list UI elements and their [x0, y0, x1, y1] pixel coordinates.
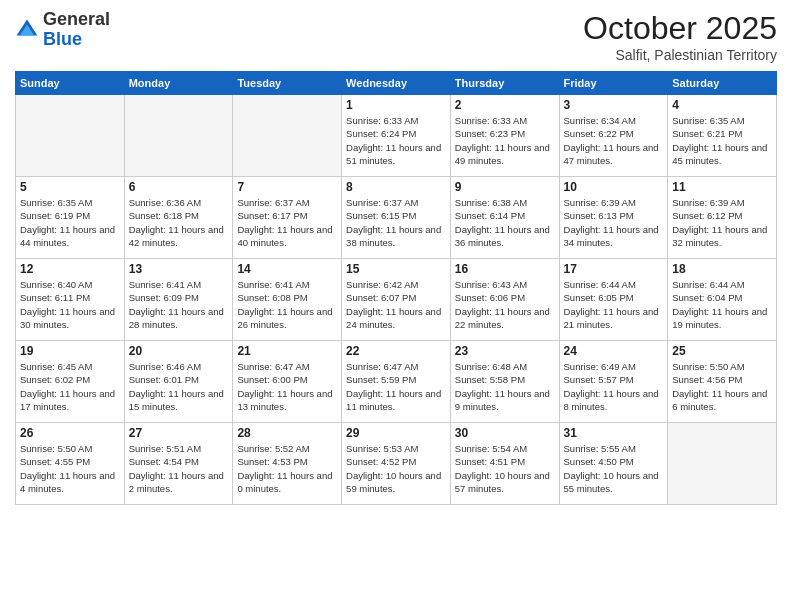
- calendar-cell: 28Sunrise: 5:52 AM Sunset: 4:53 PM Dayli…: [233, 423, 342, 505]
- calendar-cell: 4Sunrise: 6:35 AM Sunset: 6:21 PM Daylig…: [668, 95, 777, 177]
- calendar-cell: 18Sunrise: 6:44 AM Sunset: 6:04 PM Dayli…: [668, 259, 777, 341]
- calendar-cell: 17Sunrise: 6:44 AM Sunset: 6:05 PM Dayli…: [559, 259, 668, 341]
- month-title: October 2025: [583, 10, 777, 47]
- day-number: 30: [455, 426, 555, 440]
- day-number: 11: [672, 180, 772, 194]
- day-number: 4: [672, 98, 772, 112]
- cell-text: Sunrise: 5:55 AM Sunset: 4:50 PM Dayligh…: [564, 442, 664, 495]
- calendar-cell: 27Sunrise: 5:51 AM Sunset: 4:54 PM Dayli…: [124, 423, 233, 505]
- logo-blue: Blue: [43, 30, 110, 50]
- calendar-cell: 9Sunrise: 6:38 AM Sunset: 6:14 PM Daylig…: [450, 177, 559, 259]
- calendar-cell: 2Sunrise: 6:33 AM Sunset: 6:23 PM Daylig…: [450, 95, 559, 177]
- calendar-cell: 19Sunrise: 6:45 AM Sunset: 6:02 PM Dayli…: [16, 341, 125, 423]
- calendar-cell: [16, 95, 125, 177]
- weekday-header: Sunday: [16, 72, 125, 95]
- day-number: 25: [672, 344, 772, 358]
- location: Salfit, Palestinian Territory: [583, 47, 777, 63]
- cell-text: Sunrise: 6:38 AM Sunset: 6:14 PM Dayligh…: [455, 196, 555, 249]
- cell-text: Sunrise: 6:47 AM Sunset: 5:59 PM Dayligh…: [346, 360, 446, 413]
- day-number: 24: [564, 344, 664, 358]
- cell-text: Sunrise: 6:41 AM Sunset: 6:08 PM Dayligh…: [237, 278, 337, 331]
- weekday-header: Monday: [124, 72, 233, 95]
- cell-text: Sunrise: 5:50 AM Sunset: 4:56 PM Dayligh…: [672, 360, 772, 413]
- calendar-cell: 21Sunrise: 6:47 AM Sunset: 6:00 PM Dayli…: [233, 341, 342, 423]
- weekday-header: Tuesday: [233, 72, 342, 95]
- calendar-week-row: 1Sunrise: 6:33 AM Sunset: 6:24 PM Daylig…: [16, 95, 777, 177]
- logo-text: General Blue: [43, 10, 110, 50]
- day-number: 16: [455, 262, 555, 276]
- weekday-header: Friday: [559, 72, 668, 95]
- cell-text: Sunrise: 6:37 AM Sunset: 6:17 PM Dayligh…: [237, 196, 337, 249]
- calendar-cell: 23Sunrise: 6:48 AM Sunset: 5:58 PM Dayli…: [450, 341, 559, 423]
- day-number: 3: [564, 98, 664, 112]
- calendar-cell: 31Sunrise: 5:55 AM Sunset: 4:50 PM Dayli…: [559, 423, 668, 505]
- calendar-cell: 10Sunrise: 6:39 AM Sunset: 6:13 PM Dayli…: [559, 177, 668, 259]
- day-number: 23: [455, 344, 555, 358]
- cell-text: Sunrise: 5:51 AM Sunset: 4:54 PM Dayligh…: [129, 442, 229, 495]
- day-number: 31: [564, 426, 664, 440]
- cell-text: Sunrise: 6:35 AM Sunset: 6:21 PM Dayligh…: [672, 114, 772, 167]
- calendar-week-row: 26Sunrise: 5:50 AM Sunset: 4:55 PM Dayli…: [16, 423, 777, 505]
- day-number: 18: [672, 262, 772, 276]
- calendar-cell: 29Sunrise: 5:53 AM Sunset: 4:52 PM Dayli…: [342, 423, 451, 505]
- calendar-week-row: 5Sunrise: 6:35 AM Sunset: 6:19 PM Daylig…: [16, 177, 777, 259]
- calendar-cell: 14Sunrise: 6:41 AM Sunset: 6:08 PM Dayli…: [233, 259, 342, 341]
- weekday-header: Wednesday: [342, 72, 451, 95]
- cell-text: Sunrise: 6:42 AM Sunset: 6:07 PM Dayligh…: [346, 278, 446, 331]
- calendar-cell: [124, 95, 233, 177]
- day-number: 17: [564, 262, 664, 276]
- cell-text: Sunrise: 6:48 AM Sunset: 5:58 PM Dayligh…: [455, 360, 555, 413]
- cell-text: Sunrise: 6:37 AM Sunset: 6:15 PM Dayligh…: [346, 196, 446, 249]
- calendar-week-row: 19Sunrise: 6:45 AM Sunset: 6:02 PM Dayli…: [16, 341, 777, 423]
- title-block: October 2025 Salfit, Palestinian Territo…: [583, 10, 777, 63]
- calendar-cell: 8Sunrise: 6:37 AM Sunset: 6:15 PM Daylig…: [342, 177, 451, 259]
- cell-text: Sunrise: 6:41 AM Sunset: 6:09 PM Dayligh…: [129, 278, 229, 331]
- cell-text: Sunrise: 6:33 AM Sunset: 6:24 PM Dayligh…: [346, 114, 446, 167]
- day-number: 20: [129, 344, 229, 358]
- cell-text: Sunrise: 6:39 AM Sunset: 6:13 PM Dayligh…: [564, 196, 664, 249]
- calendar-cell: 5Sunrise: 6:35 AM Sunset: 6:19 PM Daylig…: [16, 177, 125, 259]
- cell-text: Sunrise: 5:54 AM Sunset: 4:51 PM Dayligh…: [455, 442, 555, 495]
- day-number: 12: [20, 262, 120, 276]
- cell-text: Sunrise: 6:39 AM Sunset: 6:12 PM Dayligh…: [672, 196, 772, 249]
- weekday-header: Thursday: [450, 72, 559, 95]
- calendar-cell: 13Sunrise: 6:41 AM Sunset: 6:09 PM Dayli…: [124, 259, 233, 341]
- calendar-cell: 25Sunrise: 5:50 AM Sunset: 4:56 PM Dayli…: [668, 341, 777, 423]
- logo: General Blue: [15, 10, 110, 50]
- cell-text: Sunrise: 5:50 AM Sunset: 4:55 PM Dayligh…: [20, 442, 120, 495]
- calendar-cell: 15Sunrise: 6:42 AM Sunset: 6:07 PM Dayli…: [342, 259, 451, 341]
- cell-text: Sunrise: 6:34 AM Sunset: 6:22 PM Dayligh…: [564, 114, 664, 167]
- calendar-cell: [233, 95, 342, 177]
- day-number: 5: [20, 180, 120, 194]
- calendar-cell: 30Sunrise: 5:54 AM Sunset: 4:51 PM Dayli…: [450, 423, 559, 505]
- day-number: 22: [346, 344, 446, 358]
- cell-text: Sunrise: 6:33 AM Sunset: 6:23 PM Dayligh…: [455, 114, 555, 167]
- day-number: 13: [129, 262, 229, 276]
- calendar-cell: 11Sunrise: 6:39 AM Sunset: 6:12 PM Dayli…: [668, 177, 777, 259]
- calendar-cell: 22Sunrise: 6:47 AM Sunset: 5:59 PM Dayli…: [342, 341, 451, 423]
- cell-text: Sunrise: 6:40 AM Sunset: 6:11 PM Dayligh…: [20, 278, 120, 331]
- cell-text: Sunrise: 6:44 AM Sunset: 6:04 PM Dayligh…: [672, 278, 772, 331]
- day-number: 27: [129, 426, 229, 440]
- calendar-cell: 7Sunrise: 6:37 AM Sunset: 6:17 PM Daylig…: [233, 177, 342, 259]
- calendar-cell: 3Sunrise: 6:34 AM Sunset: 6:22 PM Daylig…: [559, 95, 668, 177]
- calendar-cell: 12Sunrise: 6:40 AM Sunset: 6:11 PM Dayli…: [16, 259, 125, 341]
- day-number: 7: [237, 180, 337, 194]
- day-number: 21: [237, 344, 337, 358]
- cell-text: Sunrise: 6:36 AM Sunset: 6:18 PM Dayligh…: [129, 196, 229, 249]
- cell-text: Sunrise: 6:44 AM Sunset: 6:05 PM Dayligh…: [564, 278, 664, 331]
- day-number: 29: [346, 426, 446, 440]
- calendar: SundayMondayTuesdayWednesdayThursdayFrid…: [15, 71, 777, 505]
- day-number: 9: [455, 180, 555, 194]
- day-number: 6: [129, 180, 229, 194]
- logo-general: General: [43, 10, 110, 30]
- day-number: 1: [346, 98, 446, 112]
- cell-text: Sunrise: 6:43 AM Sunset: 6:06 PM Dayligh…: [455, 278, 555, 331]
- calendar-cell: 1Sunrise: 6:33 AM Sunset: 6:24 PM Daylig…: [342, 95, 451, 177]
- page: General Blue October 2025 Salfit, Palest…: [0, 0, 792, 612]
- cell-text: Sunrise: 6:47 AM Sunset: 6:00 PM Dayligh…: [237, 360, 337, 413]
- calendar-cell: 16Sunrise: 6:43 AM Sunset: 6:06 PM Dayli…: [450, 259, 559, 341]
- calendar-cell: 26Sunrise: 5:50 AM Sunset: 4:55 PM Dayli…: [16, 423, 125, 505]
- logo-icon: [15, 18, 39, 42]
- day-number: 8: [346, 180, 446, 194]
